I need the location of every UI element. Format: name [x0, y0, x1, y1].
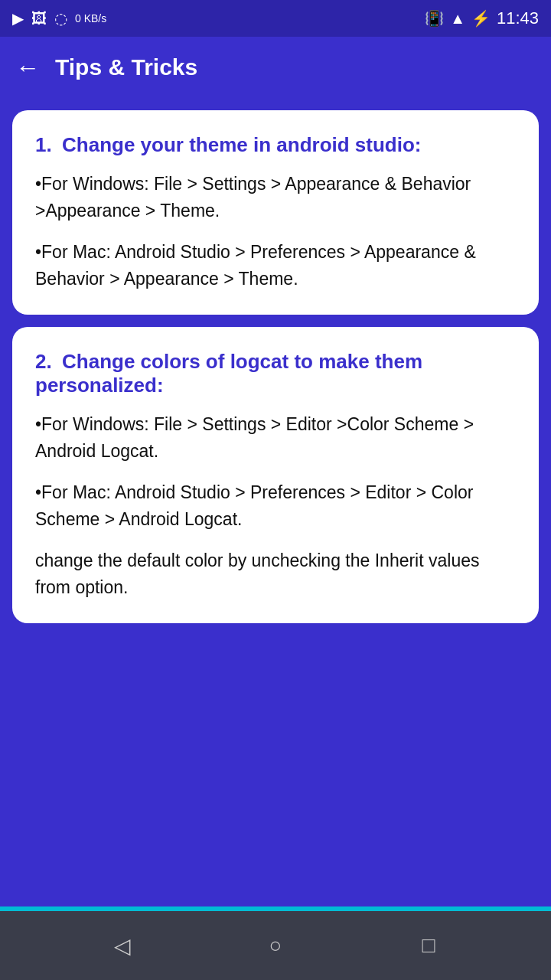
content-area: 1. Change your theme in android studio: … [0, 98, 551, 906]
tip-1-body: •For Windows: File > Settings > Appearan… [35, 171, 516, 292]
toolbar-title: Tips & Tricks [55, 54, 197, 80]
tip-2-number: 2. [35, 350, 52, 373]
tip-2-heading: Change colors of logcat to make them per… [35, 350, 422, 397]
bottom-navigation: ◁ ○ □ [0, 911, 551, 980]
status-bar-right: 📳 ▲ ⚡ 11:43 [425, 8, 539, 28]
tip-2-para-2: •For Mac: Android Studio > Preferences >… [35, 479, 516, 532]
youtube-icon: ▶ [12, 9, 24, 28]
tip-1-heading: Change your theme in android studio: [62, 133, 421, 156]
tip-1-para-1: •For Windows: File > Settings > Appearan… [35, 171, 516, 224]
settings-icon: ◌ [54, 9, 67, 28]
tip-1-number: 1. [35, 133, 52, 156]
tip-1-heading-line: 1. Change your theme in android studio: [35, 133, 516, 157]
data-speed: 0 KB/s [75, 12, 106, 25]
toolbar: ← Tips & Tricks [0, 37, 551, 98]
tip-2-para-1: •For Windows: File > Settings > Editor >… [35, 411, 516, 464]
tip-2-para-3: change the default color by unchecking t… [35, 547, 516, 600]
signal-icon: ▲ [450, 10, 465, 28]
nav-back-button[interactable]: ◁ [99, 923, 145, 969]
tip-2-body: •For Windows: File > Settings > Editor >… [35, 411, 516, 600]
image-icon: 🖼 [31, 10, 47, 28]
tip-1-para-2: •For Mac: Android Studio > Preferences >… [35, 239, 516, 292]
back-button[interactable]: ← [15, 54, 40, 82]
nav-recent-button[interactable]: □ [406, 923, 452, 969]
tip-card-1: 1. Change your theme in android studio: … [12, 110, 539, 315]
status-time: 11:43 [497, 8, 539, 28]
status-bar: ▶ 🖼 ◌ 0 KB/s 📳 ▲ ⚡ 11:43 [0, 0, 551, 37]
battery-icon: ⚡ [471, 9, 491, 28]
vibrate-icon: 📳 [425, 9, 444, 28]
nav-home-button[interactable]: ○ [253, 923, 298, 969]
tip-2-heading-line: 2. Change colors of logcat to make them … [35, 350, 516, 397]
tip-card-2: 2. Change colors of logcat to make them … [12, 327, 539, 623]
status-bar-left: ▶ 🖼 ◌ 0 KB/s [12, 9, 106, 28]
